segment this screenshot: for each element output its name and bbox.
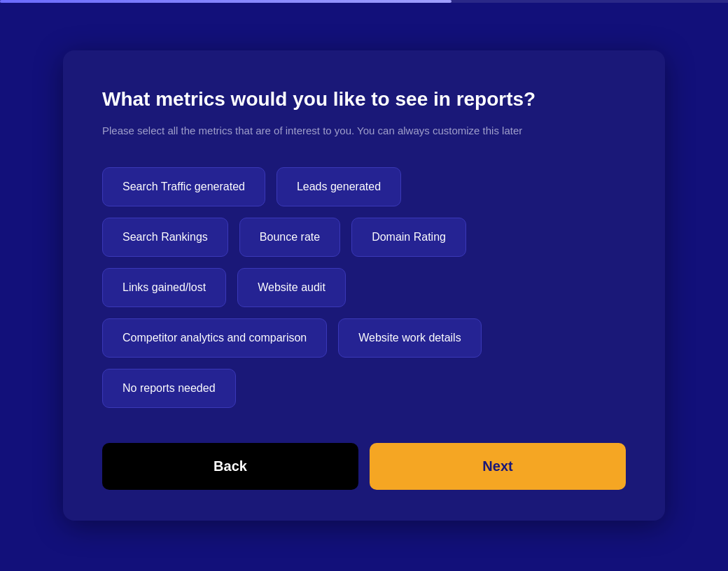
option-competitor-analytics[interactable]: Competitor analytics and comparison xyxy=(102,318,327,358)
progress-bar-container xyxy=(0,0,728,3)
options-row-2: Search Rankings Bounce rate Domain Ratin… xyxy=(102,218,626,257)
options-row-4: Competitor analytics and comparison Webs… xyxy=(102,318,626,358)
options-grid: Search Traffic generated Leads generated… xyxy=(102,167,626,408)
options-row-5: No reports needed xyxy=(102,369,626,408)
back-button[interactable]: Back xyxy=(102,443,358,490)
options-row-1: Search Traffic generated Leads generated xyxy=(102,167,626,206)
option-bounce-rate[interactable]: Bounce rate xyxy=(239,218,340,257)
option-search-traffic[interactable]: Search Traffic generated xyxy=(102,167,265,206)
option-domain-rating[interactable]: Domain Rating xyxy=(351,218,466,257)
progress-bar xyxy=(0,0,451,3)
option-no-reports[interactable]: No reports needed xyxy=(102,369,236,408)
card: What metrics would you like to see in re… xyxy=(63,50,665,521)
next-button[interactable]: Next xyxy=(370,443,626,490)
page-title: What metrics would you like to see in re… xyxy=(102,87,626,112)
option-leads-generated[interactable]: Leads generated xyxy=(276,167,401,206)
option-links-gained-lost[interactable]: Links gained/lost xyxy=(102,268,226,307)
option-website-work-details[interactable]: Website work details xyxy=(338,318,481,358)
option-search-rankings[interactable]: Search Rankings xyxy=(102,218,228,257)
page-subtitle: Please select all the metrics that are o… xyxy=(102,123,626,139)
options-row-3: Links gained/lost Website audit xyxy=(102,268,626,307)
option-website-audit[interactable]: Website audit xyxy=(237,268,346,307)
footer-buttons: Back Next xyxy=(102,443,626,490)
